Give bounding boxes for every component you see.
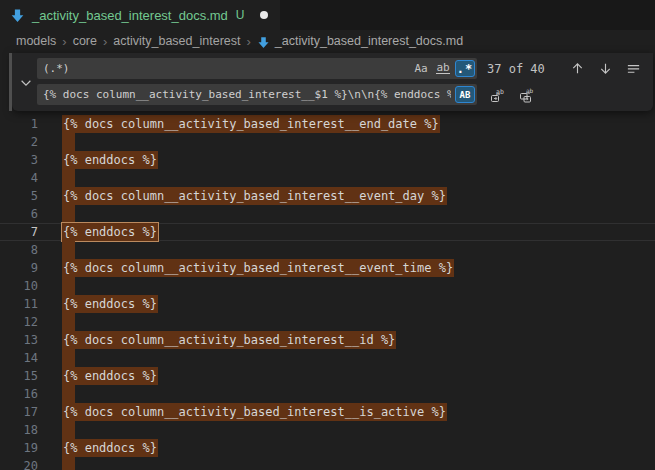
find-match: {% enddocs %} [62,367,158,385]
code-line[interactable]: 15{% enddocs %} [0,367,655,385]
breadcrumb-separator-icon: › [246,34,250,49]
breadcrumb-item[interactable]: core [73,34,97,48]
find-match-empty [62,457,75,470]
code-line[interactable]: 17{% docs column__activity_based_interes… [0,403,655,421]
code-line[interactable]: 11{% enddocs %} [0,295,655,313]
tab-title: _activity_based_interest_docs.md [32,8,228,23]
arrow-up-icon [570,61,585,76]
find-input[interactable] [37,62,411,75]
find-match-empty [62,277,75,295]
replace-all-button[interactable]: ab [516,84,537,105]
previous-match-button[interactable] [567,58,588,79]
replace-all-icon: ab [519,87,535,103]
breadcrumb-separator-icon: › [62,34,66,49]
line-number[interactable]: 19 [0,439,38,457]
code-text [62,385,75,403]
regex-toggle[interactable]: .* [455,60,475,77]
line-number[interactable]: 10 [0,277,38,295]
find-match-empty [62,349,75,367]
find-match: {% docs column__activity_based_interest_… [62,403,447,421]
code-line[interactable]: 5{% docs column__activity_based_interest… [0,187,655,205]
find-match-empty [62,313,75,331]
code-line[interactable]: 4 [0,169,655,187]
line-number[interactable]: 5 [0,187,38,205]
code-text: {% docs column__activity_based_interest_… [62,259,454,277]
code-text [62,241,75,259]
selection-icon [626,61,641,76]
line-number[interactable]: 2 [0,133,38,151]
code-text [62,205,75,223]
line-number[interactable]: 20 [0,457,38,470]
code-line[interactable]: 9{% docs column__activity_based_interest… [0,259,655,277]
line-number[interactable]: 11 [0,295,38,313]
line-number[interactable]: 18 [0,421,38,439]
line-number[interactable]: 8 [0,241,38,259]
find-match: {% docs column__activity_based_interest_… [62,259,454,277]
code-text [62,313,75,331]
next-match-button[interactable] [595,58,616,79]
line-number[interactable]: 15 [0,367,38,385]
vscode-window: _activity_based_interest_docs.md U model… [0,0,655,470]
breadcrumb-item-file[interactable]: _activity_based_interest_docs.md [275,34,463,48]
close-find-widget-button[interactable] [651,58,655,79]
code-line[interactable]: 16 [0,385,655,403]
find-in-selection-button[interactable] [623,58,644,79]
breadcrumb-item[interactable]: activity_based_interest [113,34,240,48]
line-number[interactable]: 1 [0,115,38,133]
chevron-down-icon [19,75,33,89]
replace-buttons: ab ab [487,84,537,105]
editor[interactable]: 1{% docs column__activity_based_interest… [0,52,655,470]
code-line[interactable]: 7{% enddocs %} [0,223,655,241]
line-number[interactable]: 4 [0,169,38,187]
code-line[interactable]: 14 [0,349,655,367]
code-line[interactable]: 18 [0,421,655,439]
code-text: {% enddocs %} [62,439,158,457]
line-number[interactable]: 3 [0,151,38,169]
code-line[interactable]: 12 [0,313,655,331]
replace-input[interactable] [37,88,455,101]
breadcrumb-item[interactable]: models [16,34,56,48]
line-number[interactable]: 17 [0,403,38,421]
replace-button[interactable]: ab [487,84,508,105]
find-input-box: Aa ab .* [37,58,477,79]
code-text [62,133,75,151]
code-line[interactable]: 13{% docs column__activity_based_interes… [0,331,655,349]
code-line[interactable]: 1{% docs column__activity_based_interest… [0,115,655,133]
line-number[interactable]: 7 [0,223,38,241]
code-text: {% docs column__activity_based_interest_… [62,187,447,205]
code-line[interactable]: 19{% enddocs %} [0,439,655,457]
find-match: {% docs column__activity_based_interest_… [62,187,447,205]
code-line[interactable]: 10 [0,277,655,295]
line-number[interactable]: 16 [0,385,38,403]
unsaved-changes-indicator[interactable] [260,11,268,19]
find-match: {% enddocs %} [62,295,158,313]
tab-bar: _activity_based_interest_docs.md U [0,0,655,30]
editor-tab[interactable]: _activity_based_interest_docs.md U [0,0,280,30]
match-case-toggle[interactable]: Aa [411,60,431,77]
line-number[interactable]: 12 [0,313,38,331]
code-line[interactable]: 2 [0,133,655,151]
find-match: {% enddocs %} [62,439,158,457]
code-line[interactable]: 8 [0,241,655,259]
breadcrumb-separator-icon: › [103,34,107,49]
code-line[interactable]: 20 [0,457,655,470]
line-number[interactable]: 13 [0,331,38,349]
code-text: {% docs column__activity_based_interest_… [62,331,396,349]
toggle-replace-button[interactable] [17,74,34,91]
line-number[interactable]: 9 [0,259,38,277]
arrow-down-icon [598,61,613,76]
replace-input-box: AB [37,84,477,105]
line-number[interactable]: 6 [0,205,38,223]
find-match-empty [62,241,75,259]
current-find-match: {% enddocs %} [62,223,158,241]
find-widget-sash[interactable] [9,53,12,111]
code-text [62,169,75,187]
preserve-case-toggle[interactable]: AB [455,86,475,103]
code-line[interactable]: 3{% enddocs %} [0,151,655,169]
editor-lines: 1{% docs column__activity_based_interest… [0,115,655,470]
code-text: {% enddocs %} [62,223,158,241]
code-line[interactable]: 6 [0,205,655,223]
markdown-file-icon [10,8,25,23]
line-number[interactable]: 14 [0,349,38,367]
whole-word-toggle[interactable]: ab [433,60,453,77]
